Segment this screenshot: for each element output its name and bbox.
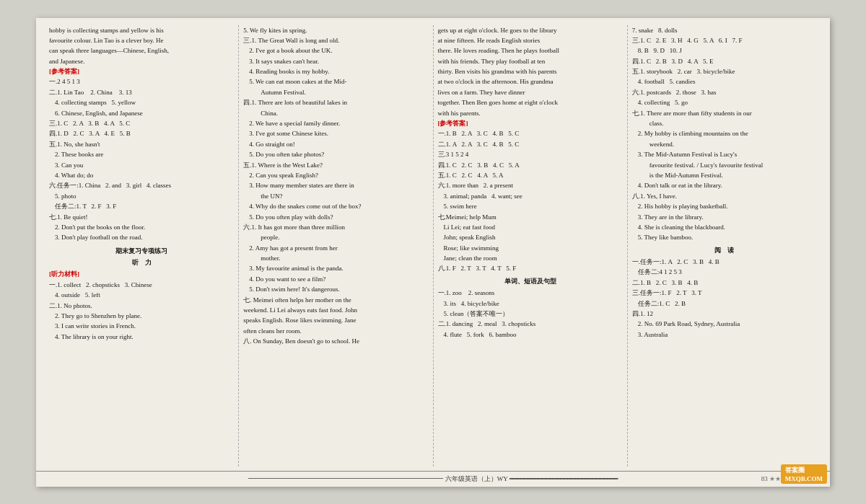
section-title-reading: 阅 读 xyxy=(632,245,817,255)
page-content: hobby is collecting stamps and yellow is… xyxy=(36,18,830,471)
page-footer: ━━━━━━━━━━━━━━━━━━━━━━━━━━━━━━ 六年级英语（上）W… xyxy=(36,471,830,487)
column-3: gets up at eight o'clock. He goes to the… xyxy=(434,25,628,467)
section-title-vocabulary: 单词、短语及句型 xyxy=(438,276,623,286)
section-title-review: 期末复习专项练习 xyxy=(49,246,234,256)
footer-label: ━━━━━━━━━━━━━━━━━━━━━━━━━━━━━━ 六年级英语（上）W… xyxy=(248,474,617,484)
page-container: hobby is collecting stamps and yellow is… xyxy=(36,18,830,487)
column-2: 5. We fly kites in spring. 三.1. The Grea… xyxy=(239,25,433,467)
column-1: hobby is collecting stamps and yellow is… xyxy=(45,25,239,467)
col4-text: 7. snake 8. dolls 三.1. C 2. E 3. H 4. G … xyxy=(632,25,817,340)
section-title-listening: 听 力 xyxy=(49,257,234,268)
col3-text: gets up at eight o'clock. He goes to the… xyxy=(438,25,623,340)
column-4: 7. snake 8. dolls 三.1. C 2. E 3. H 4. G … xyxy=(628,25,821,467)
watermark: 答案圈MXQB.COM xyxy=(781,464,827,484)
col2-text: 5. We fly kites in spring. 三.1. The Grea… xyxy=(243,25,428,347)
col1-text: hobby is collecting stamps and yellow is… xyxy=(49,25,234,342)
